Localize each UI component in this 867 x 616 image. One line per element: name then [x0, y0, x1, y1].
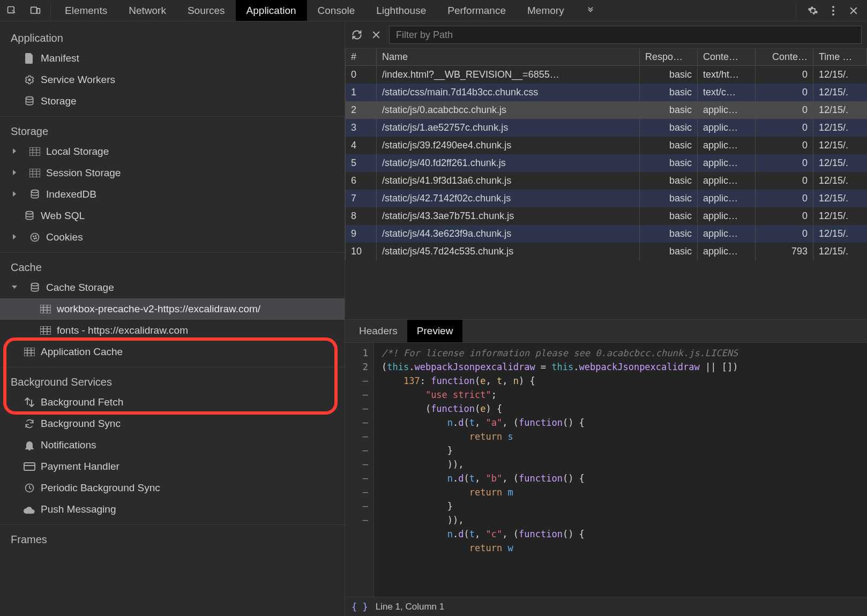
sidebar-item-local-storage[interactable]: Local Storage — [0, 141, 345, 162]
cache-entry-fonts[interactable]: fonts - https://excalidraw.com — [0, 320, 345, 341]
tab-memory[interactable]: Memory — [517, 0, 575, 21]
svg-point-17 — [31, 283, 38, 286]
database-icon — [29, 189, 41, 200]
col-name[interactable]: Name — [377, 49, 640, 66]
table-row[interactable]: 4/static/js/39.f2490ee4.chunk.jsbasicapp… — [346, 137, 867, 154]
svg-rect-2 — [37, 8, 40, 13]
sidebar-item-service-workers[interactable]: Service Workers — [0, 69, 345, 91]
tab-overflow[interactable] — [575, 0, 606, 21]
device-toggle-icon[interactable] — [24, 0, 47, 21]
tab-preview[interactable]: Preview — [407, 320, 463, 342]
table-row[interactable]: 2/static/js/0.acabcbcc.chunk.jsbasicappl… — [346, 101, 867, 119]
sidebar-item-label: Manifest — [41, 52, 79, 64]
sidebar-item-application-cache[interactable]: Application Cache — [0, 341, 345, 363]
inspect-icon[interactable] — [0, 0, 24, 21]
tab-application[interactable]: Application — [236, 0, 307, 21]
sidebar-item-session-storage[interactable]: Session Storage — [0, 162, 345, 184]
svg-rect-18 — [40, 305, 51, 313]
svg-rect-1 — [31, 7, 37, 13]
cookie-icon — [29, 231, 41, 243]
sidebar-item-label: workbox-precache-v2-https://excalidraw.c… — [57, 303, 260, 315]
sidebar-item-label: fonts - https://excalidraw.com — [57, 325, 188, 336]
tab-network[interactable]: Network — [118, 0, 177, 21]
pretty-print-icon[interactable]: { } — [352, 602, 368, 612]
table-icon — [24, 346, 35, 358]
source-code-view[interactable]: 12––––––––––– /*! For license informatio… — [345, 343, 867, 597]
devtools-topbar: Elements Network Sources Application Con… — [0, 0, 867, 21]
tab-headers[interactable]: Headers — [349, 320, 407, 342]
svg-point-4 — [832, 10, 834, 12]
sidebar-item-label: Service Workers — [41, 74, 115, 86]
col-response[interactable]: Respo… — [640, 49, 698, 66]
sidebar-item-label: Payment Handler — [41, 461, 119, 472]
clock-icon — [24, 482, 35, 494]
sidebar-item-label: Periodic Background Sync — [41, 482, 160, 494]
table-row[interactable]: 5/static/js/40.fd2ff261.chunk.jsbasicapp… — [346, 154, 867, 172]
tab-sources[interactable]: Sources — [177, 0, 236, 21]
table-row[interactable]: 3/static/js/1.ae52757c.chunk.jsbasicappl… — [346, 119, 867, 137]
topbar-right-icons — [799, 0, 867, 21]
table-row[interactable]: 1/static/css/main.7d14b3cc.chunk.cssbasi… — [346, 84, 867, 101]
table-row[interactable]: 8/static/js/43.3ae7b751.chunk.jsbasicapp… — [346, 207, 867, 225]
code-content[interactable]: /*! For license information please see 0… — [374, 343, 738, 597]
table-row[interactable]: 0/index.html?__WB_REVISION__=6855…basict… — [346, 66, 867, 84]
sidebar-item-label: Notifications — [41, 439, 96, 451]
sidebar-item-indexeddb[interactable]: IndexedDB — [0, 184, 345, 205]
col-content-length[interactable]: Conte… — [756, 49, 813, 66]
sidebar-item-label: Session Storage — [46, 167, 121, 179]
sidebar-item-payment-handler[interactable]: Payment Handler — [0, 456, 345, 477]
gear-icon[interactable] — [807, 5, 819, 17]
svg-rect-20 — [24, 348, 35, 356]
refresh-icon[interactable] — [350, 28, 363, 41]
tab-console[interactable]: Console — [307, 0, 366, 21]
chevron-right-icon — [12, 148, 18, 155]
close-icon[interactable] — [848, 5, 859, 17]
sidebar-item-periodic-sync[interactable]: Periodic Background Sync — [0, 477, 345, 499]
chevron-right-icon — [12, 191, 18, 198]
tab-lighthouse[interactable]: Lighthouse — [365, 0, 437, 21]
sidebar-item-background-sync[interactable]: Background Sync — [0, 413, 345, 434]
table-row[interactable]: 9/static/js/44.3e623f9a.chunk.jsbasicapp… — [346, 225, 867, 243]
filter-input[interactable] — [389, 26, 862, 44]
section-background-services: Background Services — [0, 369, 345, 392]
sidebar-item-label: Web SQL — [41, 210, 85, 222]
sidebar-item-label: Push Messaging — [41, 504, 116, 515]
bell-icon — [24, 439, 35, 451]
sidebar-item-background-fetch[interactable]: Background Fetch — [0, 392, 345, 413]
cache-entry-workbox[interactable]: workbox-precache-v2-https://excalidraw.c… — [0, 298, 345, 320]
sidebar-item-storage[interactable]: Storage — [0, 91, 345, 112]
svg-point-10 — [31, 190, 38, 193]
cursor-position: Line 1, Column 1 — [376, 602, 445, 612]
table-row[interactable]: 10/static/js/45.7d24c535.chunk.jsbasicap… — [346, 243, 867, 260]
table-header-row[interactable]: # Name Respo… Conte… Conte… Time … — [346, 49, 867, 66]
svg-point-6 — [28, 79, 31, 81]
col-time[interactable]: Time … — [813, 49, 867, 66]
table-icon — [29, 167, 41, 179]
sidebar-item-push-messaging[interactable]: Push Messaging — [0, 499, 345, 520]
database-icon — [24, 210, 35, 222]
col-content-type[interactable]: Conte… — [698, 49, 756, 66]
card-icon — [24, 461, 35, 472]
table-row[interactable]: 6/static/js/41.9f3d13a6.chunk.jsbasicapp… — [346, 172, 867, 190]
section-application: Application — [0, 25, 345, 48]
tab-performance[interactable]: Performance — [437, 0, 517, 21]
cache-table: # Name Respo… Conte… Conte… Time … 0/ind… — [345, 49, 867, 320]
code-status-bar: { } Line 1, Column 1 — [345, 597, 867, 616]
delete-icon[interactable] — [370, 28, 383, 41]
tab-elements[interactable]: Elements — [54, 0, 118, 21]
table-row[interactable]: 7/static/js/42.7142f02c.chunk.jsbasicapp… — [346, 190, 867, 207]
sidebar-item-cache-storage[interactable]: Cache Storage — [0, 277, 345, 298]
col-index[interactable]: # — [346, 49, 377, 66]
sidebar-item-websql[interactable]: Web SQL — [0, 205, 345, 227]
application-sidebar[interactable]: Application Manifest Service Workers Sto… — [0, 21, 345, 616]
code-gutter: 12––––––––––– — [345, 343, 374, 597]
svg-point-16 — [36, 238, 37, 239]
sidebar-item-notifications[interactable]: Notifications — [0, 434, 345, 456]
sidebar-item-label: IndexedDB — [46, 189, 96, 200]
svg-point-11 — [26, 212, 33, 214]
kebab-menu-icon[interactable] — [827, 5, 839, 17]
sidebar-item-manifest[interactable]: Manifest — [0, 48, 345, 69]
svg-rect-8 — [29, 147, 40, 156]
main-panel: Application Manifest Service Workers Sto… — [0, 21, 867, 616]
sidebar-item-cookies[interactable]: Cookies — [0, 227, 345, 248]
